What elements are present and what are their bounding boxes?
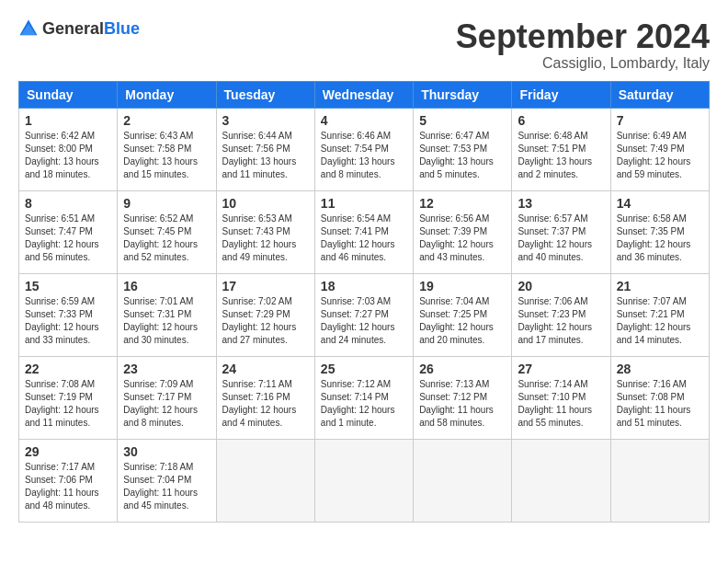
calendar: SundayMondayTuesdayWednesdayThursdayFrid… [18,81,710,523]
table-row: 26Sunrise: 7:13 AMSunset: 7:12 PMDayligh… [414,356,512,439]
cell-info: Sunrise: 7:03 AMSunset: 7:27 PMDaylight:… [321,295,407,347]
day-number: 27 [518,362,604,376]
cell-info: Sunrise: 6:43 AMSunset: 7:58 PMDaylight:… [123,130,210,181]
cell-info: Sunrise: 7:17 AMSunset: 7:06 PMDaylight:… [25,461,111,512]
logo-text-general: General [42,19,104,38]
weekday-header-sunday: Sunday [19,81,118,108]
day-number: 12 [419,196,506,211]
table-row: 27Sunrise: 7:14 AMSunset: 7:10 PMDayligh… [512,356,610,439]
day-number: 20 [518,279,604,293]
weekday-header-row: SundayMondayTuesdayWednesdayThursdayFrid… [19,81,710,108]
day-number: 10 [222,196,309,211]
table-row: 14Sunrise: 6:58 AMSunset: 7:35 PMDayligh… [610,190,709,273]
table-row: 11Sunrise: 6:54 AMSunset: 7:41 PMDayligh… [314,190,413,273]
table-row: 23Sunrise: 7:09 AMSunset: 7:17 PMDayligh… [118,356,216,439]
cell-info: Sunrise: 7:06 AMSunset: 7:23 PMDaylight:… [518,295,604,347]
day-number: 21 [617,279,703,293]
weekday-header-wednesday: Wednesday [314,81,413,108]
cell-info: Sunrise: 6:54 AMSunset: 7:41 PMDaylight:… [321,213,407,264]
day-number: 24 [222,362,309,376]
day-number: 23 [123,362,210,376]
table-row: 4Sunrise: 6:46 AMSunset: 7:54 PMDaylight… [314,108,413,190]
day-number: 16 [123,279,210,293]
table-row: 10Sunrise: 6:53 AMSunset: 7:43 PMDayligh… [216,190,314,273]
location: Cassiglio, Lombardy, Italy [456,55,710,72]
day-number: 11 [321,196,407,211]
day-number: 22 [25,362,111,376]
table-row [414,439,512,522]
weekday-header-friday: Friday [512,81,610,108]
cell-info: Sunrise: 6:59 AMSunset: 7:33 PMDaylight:… [25,295,111,347]
weekday-header-thursday: Thursday [414,81,512,108]
calendar-week-row: 15Sunrise: 6:59 AMSunset: 7:33 PMDayligh… [19,273,710,356]
cell-info: Sunrise: 6:46 AMSunset: 7:54 PMDaylight:… [321,130,407,181]
table-row: 8Sunrise: 6:51 AMSunset: 7:47 PMDaylight… [19,190,118,273]
cell-info: Sunrise: 6:49 AMSunset: 7:49 PMDaylight:… [617,130,703,181]
cell-info: Sunrise: 7:18 AMSunset: 7:04 PMDaylight:… [123,461,210,512]
table-row: 24Sunrise: 7:11 AMSunset: 7:16 PMDayligh… [216,356,314,439]
table-row: 2Sunrise: 6:43 AMSunset: 7:58 PMDaylight… [118,108,216,190]
weekday-header-tuesday: Tuesday [216,81,314,108]
weekday-header-saturday: Saturday [610,81,709,108]
table-row: 19Sunrise: 7:04 AMSunset: 7:25 PMDayligh… [414,273,512,356]
table-row [610,439,709,522]
cell-info: Sunrise: 6:44 AMSunset: 7:56 PMDaylight:… [222,130,309,181]
table-row [512,439,610,522]
cell-info: Sunrise: 7:11 AMSunset: 7:16 PMDaylight:… [222,378,309,430]
table-row: 22Sunrise: 7:08 AMSunset: 7:19 PMDayligh… [19,356,118,439]
logo: GeneralBlue [18,18,140,39]
cell-info: Sunrise: 7:13 AMSunset: 7:12 PMDaylight:… [419,378,506,430]
table-row: 20Sunrise: 7:06 AMSunset: 7:23 PMDayligh… [512,273,610,356]
table-row: 1Sunrise: 6:42 AMSunset: 8:00 PMDaylight… [19,108,118,190]
cell-info: Sunrise: 7:07 AMSunset: 7:21 PMDaylight:… [617,295,703,347]
table-row: 3Sunrise: 6:44 AMSunset: 7:56 PMDaylight… [216,108,314,190]
cell-info: Sunrise: 7:04 AMSunset: 7:25 PMDaylight:… [419,295,506,347]
cell-info: Sunrise: 6:56 AMSunset: 7:39 PMDaylight:… [419,213,506,264]
cell-info: Sunrise: 6:57 AMSunset: 7:37 PMDaylight:… [518,213,604,264]
table-row [216,439,314,522]
day-number: 19 [419,279,506,293]
table-row: 5Sunrise: 6:47 AMSunset: 7:53 PMDaylight… [414,108,512,190]
table-row: 7Sunrise: 6:49 AMSunset: 7:49 PMDaylight… [610,108,709,190]
calendar-week-row: 22Sunrise: 7:08 AMSunset: 7:19 PMDayligh… [19,356,710,439]
table-row [314,439,413,522]
cell-info: Sunrise: 7:16 AMSunset: 7:08 PMDaylight:… [617,378,703,430]
cell-info: Sunrise: 7:09 AMSunset: 7:17 PMDaylight:… [123,378,210,430]
day-number: 3 [222,113,309,128]
cell-info: Sunrise: 6:47 AMSunset: 7:53 PMDaylight:… [419,130,506,181]
cell-info: Sunrise: 6:48 AMSunset: 7:51 PMDaylight:… [518,130,604,181]
day-number: 28 [617,362,703,376]
page-header: GeneralBlue September 2024 Cassiglio, Lo… [18,18,710,72]
table-row: 13Sunrise: 6:57 AMSunset: 7:37 PMDayligh… [512,190,610,273]
day-number: 25 [321,362,407,376]
day-number: 18 [321,279,407,293]
cell-info: Sunrise: 6:58 AMSunset: 7:35 PMDaylight:… [617,213,703,264]
day-number: 9 [123,196,210,211]
table-row: 16Sunrise: 7:01 AMSunset: 7:31 PMDayligh… [118,273,216,356]
day-number: 15 [25,279,111,293]
calendar-week-row: 29Sunrise: 7:17 AMSunset: 7:06 PMDayligh… [19,439,710,522]
weekday-header-monday: Monday [118,81,216,108]
cell-info: Sunrise: 6:51 AMSunset: 7:47 PMDaylight:… [25,213,111,264]
day-number: 8 [25,196,111,211]
cell-info: Sunrise: 7:14 AMSunset: 7:10 PMDaylight:… [518,378,604,430]
logo-text-blue: Blue [104,19,140,38]
table-row: 30Sunrise: 7:18 AMSunset: 7:04 PMDayligh… [118,439,216,522]
cell-info: Sunrise: 7:01 AMSunset: 7:31 PMDaylight:… [123,295,210,347]
table-row: 15Sunrise: 6:59 AMSunset: 7:33 PMDayligh… [19,273,118,356]
cell-info: Sunrise: 7:12 AMSunset: 7:14 PMDaylight:… [321,378,407,430]
title-block: September 2024 Cassiglio, Lombardy, Ital… [456,18,710,72]
month-title: September 2024 [456,18,710,55]
day-number: 5 [419,113,506,128]
logo-icon [18,18,39,39]
day-number: 14 [617,196,703,211]
cell-info: Sunrise: 7:02 AMSunset: 7:29 PMDaylight:… [222,295,309,347]
day-number: 1 [25,113,111,128]
cell-info: Sunrise: 6:52 AMSunset: 7:45 PMDaylight:… [123,213,210,264]
cell-info: Sunrise: 6:42 AMSunset: 8:00 PMDaylight:… [25,130,111,181]
day-number: 30 [123,444,210,459]
table-row: 17Sunrise: 7:02 AMSunset: 7:29 PMDayligh… [216,273,314,356]
cell-info: Sunrise: 7:08 AMSunset: 7:19 PMDaylight:… [25,378,111,430]
cell-info: Sunrise: 6:53 AMSunset: 7:43 PMDaylight:… [222,213,309,264]
table-row: 18Sunrise: 7:03 AMSunset: 7:27 PMDayligh… [314,273,413,356]
